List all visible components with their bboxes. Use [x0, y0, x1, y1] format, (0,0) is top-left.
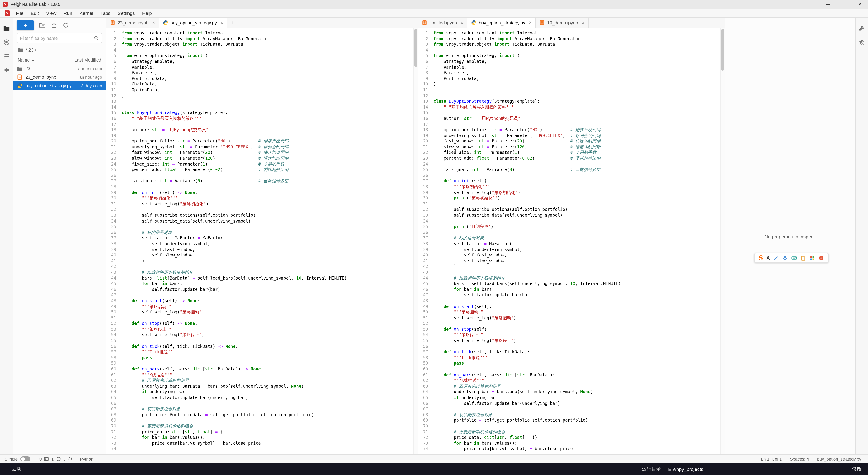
filter-box[interactable] — [17, 33, 102, 43]
menu-tabs[interactable]: Tabs — [97, 9, 114, 17]
code-token: 120 — [517, 144, 525, 149]
menu-settings[interactable]: Settings — [114, 9, 138, 17]
column-name[interactable]: Name — [18, 57, 35, 62]
minimize-button[interactable] — [819, 0, 835, 8]
code-token: self.get_portfolio(self.option_portfolio… — [482, 418, 588, 423]
editor-tab[interactable]: Untitled.ipynb× — [418, 18, 467, 28]
activity-folder[interactable] — [3, 25, 10, 32]
file-row[interactable]: buy_option_strategy.py3 days ago — [13, 82, 106, 90]
code-line: self.factor.update_bar(bar) — [122, 287, 413, 292]
maximize-button[interactable] — [835, 0, 852, 8]
activity-wrench[interactable] — [859, 25, 865, 32]
code-token: underlying_bar: — [459, 395, 499, 400]
cursor-position[interactable]: Ln 1, Col 1 — [761, 456, 782, 462]
column-last-modified[interactable]: Last Modified — [74, 57, 101, 62]
editor-tab[interactable]: buy_option_strategy.py× — [467, 18, 536, 28]
code-token: ) — [512, 167, 570, 172]
code-token: import — [182, 41, 197, 47]
menu-kernel[interactable]: Kernel — [76, 9, 97, 17]
scrollbar-thumb[interactable] — [721, 29, 724, 70]
line-number: 74 — [106, 446, 119, 452]
file-row[interactable]: 23a month ago — [13, 64, 106, 73]
code-token: PortfolioData, — [434, 76, 479, 81]
add-tab-button[interactable]: + — [227, 18, 238, 28]
editor-tab[interactable]: buy_option_strategy.py× — [159, 18, 227, 28]
activity-running[interactable] — [3, 39, 10, 46]
sogou-logo-icon[interactable]: S — [758, 255, 763, 261]
scrollbar-0[interactable] — [413, 28, 418, 454]
modify-button[interactable]: 修改 — [852, 466, 862, 472]
activity-bug[interactable] — [859, 39, 865, 46]
add-tab-button[interactable]: + — [589, 18, 599, 28]
mic-icon[interactable] — [782, 255, 788, 261]
home-folder-icon[interactable] — [18, 47, 24, 53]
menu-help[interactable]: Help — [138, 9, 156, 17]
code-token: str — [492, 133, 500, 138]
editor-0[interactable]: 1234567891011121314151617181920212223242… — [106, 28, 418, 454]
code-line: """策略初始化""" — [434, 184, 720, 190]
menu-view[interactable]: View — [42, 9, 60, 17]
refresh-icon[interactable] — [62, 22, 69, 29]
kernel-language[interactable]: Python — [80, 456, 93, 462]
run-dir-value[interactable]: E:\vnpy_projects — [668, 467, 703, 472]
code-token: ) — [213, 156, 258, 160]
code-line: ) — [122, 93, 413, 99]
code-token: def — [444, 178, 452, 183]
code-token: self.subscribe_data(self.underlying_symb… — [434, 213, 563, 217]
code-token: = — [527, 435, 530, 440]
keyboard-icon[interactable] — [791, 255, 797, 261]
menu-edit[interactable]: Edit — [27, 9, 42, 17]
start-button[interactable]: 启动 — [12, 466, 21, 472]
indent-setting[interactable]: Spaces: 4 — [790, 456, 809, 462]
new-launcher-button[interactable]: + — [17, 20, 34, 30]
clipboard-icon[interactable] — [800, 255, 806, 261]
code-token: "策略初始化" — [180, 201, 206, 206]
code-line: bars: list[BarData] = self.load_bars(sel… — [122, 275, 413, 281]
session-indicators[interactable]: 0 1 3 — [39, 456, 73, 462]
editor-tab[interactable]: 19_demo.ipynb× — [536, 18, 589, 28]
code-line: self.fast_window, — [434, 253, 720, 258]
code-line — [434, 298, 720, 304]
activity-list[interactable] — [3, 53, 10, 60]
close-button[interactable]: ✕ — [852, 0, 868, 8]
letter-a-icon[interactable]: A — [766, 256, 770, 260]
terminal-count: 0 — [39, 456, 42, 462]
scrollbar-1[interactable] — [720, 28, 725, 454]
filter-input[interactable] — [20, 35, 92, 40]
sogou-ime-toolbar[interactable]: SA — [754, 253, 829, 263]
breadcrumb[interactable]: / 23 / — [13, 46, 106, 56]
code-token: -> — [180, 298, 185, 303]
notification-count: 3 — [63, 456, 66, 462]
code-line: self.write_log("策略初始化") — [122, 201, 413, 207]
code-token: ) — [540, 127, 570, 132]
menu-run[interactable]: Run — [60, 9, 76, 17]
close-tab-icon[interactable]: × — [152, 20, 155, 25]
close-tab-icon[interactable]: × — [529, 20, 532, 25]
scrollbar-thumb[interactable] — [414, 29, 417, 67]
code-token: ) — [590, 389, 593, 394]
close-tab-icon[interactable]: × — [220, 20, 223, 25]
file-row[interactable]: 23_demo.ipynban hour ago — [13, 73, 106, 82]
editor-1[interactable]: 1234567891011121314151617181920212223242… — [418, 28, 725, 454]
code-token: ) — [434, 82, 436, 87]
editor-tab[interactable]: 23_demo.ipynb× — [106, 18, 159, 28]
line-number: 2 — [418, 36, 431, 41]
grid-icon[interactable] — [809, 255, 815, 261]
code-line: slow_window: int = Parameter(120) # 慢速均线… — [434, 144, 720, 150]
code-token: """策略启动""" — [122, 304, 174, 309]
new-folder-icon[interactable] — [39, 22, 46, 29]
activity-extension[interactable] — [3, 67, 10, 74]
pencil-icon[interactable] — [773, 255, 779, 261]
simple-mode-toggle[interactable] — [20, 456, 30, 462]
menu-file[interactable]: File — [12, 9, 27, 17]
upload-icon[interactable] — [51, 22, 57, 29]
file-name: buy_option_strategy.py — [25, 83, 79, 88]
line-number: 50 — [106, 309, 119, 315]
gift-icon[interactable] — [818, 255, 824, 261]
line-number: 64 — [418, 389, 431, 395]
close-tab-icon[interactable]: × — [460, 20, 463, 25]
line-number: 29 — [418, 190, 431, 196]
file-browser-toolbar: + — [13, 18, 106, 32]
code-token: None — [291, 384, 301, 389]
close-tab-icon[interactable]: × — [582, 20, 585, 25]
